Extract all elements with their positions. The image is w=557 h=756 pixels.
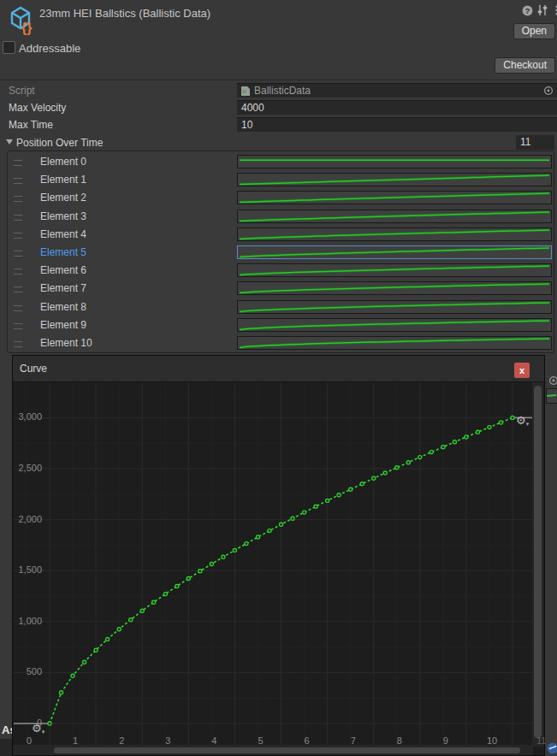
element-curve-field[interactable] [237, 191, 552, 204]
curve-thumbnail [238, 301, 551, 313]
element-row[interactable]: Element 4 [0, 227, 557, 242]
addressable-label: Addressable [19, 42, 80, 55]
drag-handle-icon[interactable] [14, 233, 22, 239]
curve-thumbnail [238, 282, 551, 294]
curve-thumbnail [238, 264, 551, 276]
menu-icon[interactable]: ⋮ [551, 3, 557, 16]
element-label[interactable]: Element 9 [40, 319, 86, 331]
element-row[interactable]: Element 9 [0, 318, 557, 333]
element-row[interactable]: Element 8 [0, 300, 557, 315]
curve-thumbnail [238, 337, 551, 349]
max-velocity-field[interactable]: 4000 [237, 100, 557, 115]
element-label[interactable]: Element 6 [40, 264, 86, 276]
element-label[interactable]: Element 10 [40, 337, 92, 349]
element-row[interactable]: Element 2 [0, 191, 557, 205]
background-curve-field-fragment [546, 388, 557, 404]
element-curve-field[interactable] [237, 300, 552, 314]
element-label[interactable]: Element 0 [40, 156, 86, 168]
drag-handle-icon[interactable] [14, 251, 22, 257]
object-picker-icon[interactable] [543, 86, 554, 96]
scriptable-object-icon: {} [7, 4, 36, 37]
unity-inspector-window: {} 23mm HEI Ballstics (Ballistic Data) ?… [0, 0, 557, 756]
drag-handle-icon[interactable] [14, 160, 22, 166]
curve-thumbnail [238, 228, 551, 240]
curve-thumbnail [238, 246, 551, 258]
array-foldout-label[interactable]: Position Over Time [16, 137, 103, 149]
drag-handle-icon[interactable] [14, 305, 22, 311]
foldout-arrow-icon[interactable] [6, 139, 13, 145]
curve-editor-window: Curve x 01234567891005001,0001,5002,0002… [12, 355, 545, 756]
svg-text:1,500: 1,500 [18, 564, 42, 575]
element-label[interactable]: Element 1 [40, 174, 86, 186]
curve-key-gear-icon-start[interactable]: ⚙▾ [32, 723, 44, 737]
drag-handle-icon[interactable] [14, 286, 22, 292]
element-row[interactable]: Element 1 [0, 173, 557, 187]
horizontal-scrollbar-thumb[interactable] [54, 747, 520, 753]
curve-window-title: Curve [20, 363, 47, 375]
drag-handle-icon[interactable] [14, 215, 22, 221]
curve-thumbnail [238, 210, 551, 222]
presets-icon[interactable] [536, 4, 548, 16]
curve-key-gear-icon-end[interactable]: ⚙▾ [516, 415, 529, 429]
script-label: Script [9, 85, 35, 97]
drag-handle-icon[interactable] [14, 269, 22, 275]
vertical-scrollbar-thumb[interactable] [534, 386, 542, 738]
vertical-scrollbar[interactable] [532, 382, 543, 747]
element-curve-field[interactable] [237, 336, 552, 350]
curve-window-titlebar[interactable]: Curve x [13, 356, 544, 382]
curve-thumbnail [238, 319, 551, 331]
element-row[interactable]: Element 7 [0, 281, 557, 296]
script-value: BallisticData [254, 85, 311, 97]
element-curve-field[interactable] [237, 227, 552, 241]
element-curve-field[interactable] [237, 263, 552, 277]
element-row[interactable]: Element 0 [0, 155, 557, 169]
element-label[interactable]: Element 5 [40, 246, 86, 258]
drag-handle-icon[interactable] [14, 178, 22, 184]
element-row[interactable]: Element 10 [0, 336, 557, 351]
element-curve-field[interactable] [237, 155, 552, 168]
script-object-field[interactable]: BallisticData [237, 83, 557, 97]
drag-handle-icon[interactable] [14, 323, 22, 329]
script-file-icon [240, 86, 251, 97]
max-time-field[interactable]: 10 [237, 117, 557, 132]
svg-text:3,000: 3,000 [18, 411, 42, 422]
element-curve-field[interactable] [237, 173, 552, 186]
drag-handle-icon[interactable] [14, 196, 22, 202]
svg-text:?: ? [525, 7, 530, 15]
element-label[interactable]: Element 4 [40, 228, 86, 240]
element-curve-field[interactable] [237, 281, 552, 295]
curve-editor-canvas[interactable]: 01234567891005001,0001,5002,0002,5003,00… [14, 382, 533, 747]
curve-thumbnail [238, 192, 551, 204]
element-row[interactable]: Element 3 [0, 210, 557, 224]
svg-text:1,000: 1,000 [18, 616, 42, 626]
addressable-checkbox[interactable] [3, 41, 15, 54]
close-button[interactable]: x [514, 363, 530, 378]
element-label[interactable]: Element 7 [40, 282, 86, 294]
max-velocity-label: Max Velocity [9, 102, 66, 114]
help-icon[interactable]: ? [522, 5, 533, 16]
element-curve-field[interactable] [237, 245, 552, 259]
svg-text:500: 500 [27, 666, 42, 676]
curve-thumbnail [238, 156, 551, 168]
background-corner-fragment [0, 739, 12, 756]
asset-title: 23mm HEI Ballstics (Ballistic Data) [39, 7, 210, 20]
svg-text:{}: {} [21, 21, 32, 35]
x-tick-11-clipped: 11 [536, 735, 546, 746]
curve-thumbnail [238, 174, 551, 186]
open-button[interactable]: Open [513, 23, 555, 39]
element-label[interactable]: Element 2 [40, 192, 86, 204]
element-curve-field[interactable] [237, 210, 552, 223]
element-row[interactable]: Element 5 [0, 245, 557, 260]
svg-text:2,500: 2,500 [18, 463, 42, 473]
element-label[interactable]: Element 8 [40, 301, 86, 313]
header-separator [0, 80, 557, 80]
checkout-button[interactable]: Checkout [495, 57, 555, 74]
array-size-field[interactable]: 11 [516, 135, 554, 150]
element-label[interactable]: Element 3 [40, 210, 86, 222]
element-row[interactable]: Element 6 [0, 263, 557, 278]
object-picker-icon-background[interactable] [548, 375, 557, 386]
drag-handle-icon[interactable] [14, 341, 22, 347]
element-curve-field[interactable] [237, 318, 552, 332]
max-time-label: Max Time [9, 119, 53, 131]
horizontal-scrollbar[interactable] [13, 745, 533, 755]
